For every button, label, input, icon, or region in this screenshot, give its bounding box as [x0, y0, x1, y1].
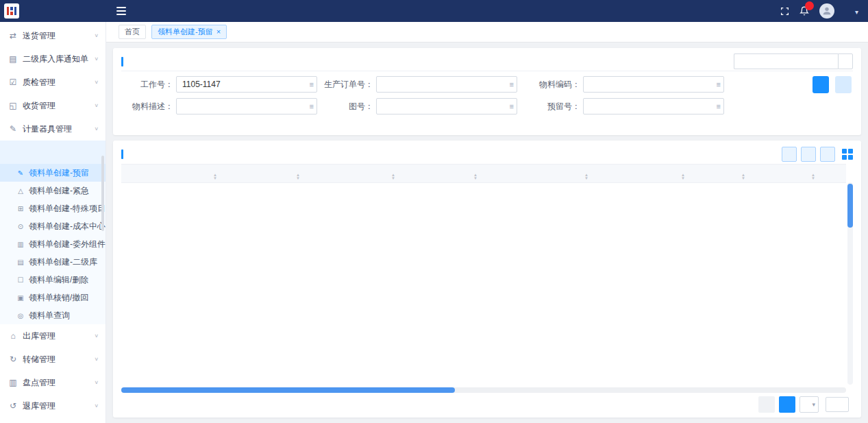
- sidebar-subitem[interactable]: ☐ 领料单编辑/删除: [0, 271, 106, 289]
- tab-close-icon[interactable]: ×: [216, 28, 221, 36]
- sidebar-item[interactable]: ↻ 转储管理 ∨: [0, 348, 106, 371]
- field-list-icon[interactable]: [717, 102, 721, 110]
- page-tab[interactable]: 首页: [119, 25, 146, 39]
- sidebar-item[interactable]: ▥ 盘点管理 ∨: [0, 371, 106, 394]
- sidebar-subitem[interactable]: ▥ 领料单创建-委外组件: [0, 235, 106, 253]
- query-field-input[interactable]: [176, 76, 317, 93]
- list-section-title: [121, 149, 127, 159]
- col-material-desc[interactable]: [513, 165, 658, 183]
- query-field-input[interactable]: [583, 76, 724, 93]
- sidebar-item-icon: ↻: [8, 354, 18, 364]
- sidebar-subitem[interactable]: ▤ 领料单创建-二级库: [0, 253, 106, 271]
- col-work-no[interactable]: [246, 165, 349, 183]
- user-avatar[interactable]: [819, 3, 834, 19]
- sidebar-item-icon: ▥: [8, 378, 18, 387]
- table-horizontal-scrollbar[interactable]: [121, 387, 846, 393]
- query-field-input[interactable]: [176, 98, 317, 114]
- confirm-select-button[interactable]: [782, 147, 797, 162]
- sidebar-subitem-icon: △: [16, 187, 25, 195]
- col-demand[interactable]: [779, 165, 846, 183]
- search-button[interactable]: [813, 76, 829, 93]
- col-status[interactable]: [183, 165, 246, 183]
- page-size-select[interactable]: [799, 396, 819, 413]
- sidebar-item-icon: ✎: [8, 124, 18, 134]
- sort-icon: [741, 173, 745, 180]
- sidebar-item-icon: ↺: [8, 401, 18, 411]
- sidebar-collapse-icon[interactable]: [116, 7, 126, 15]
- custom-tag-row: [121, 116, 853, 132]
- export-button[interactable]: [820, 147, 835, 162]
- results-table: [121, 164, 846, 183]
- sidebar-scrollbar[interactable]: [101, 156, 104, 231]
- query-field-input[interactable]: [583, 98, 724, 114]
- next-page-button[interactable]: [779, 396, 795, 413]
- chevron-down-icon: ∨: [94, 103, 99, 108]
- sidebar-subitem-label: 领料单创建-紧急: [29, 185, 89, 197]
- sidebar-item[interactable]: ☑ 质检管理 ∨: [0, 71, 106, 94]
- col-stock[interactable]: [706, 165, 779, 183]
- col-order-no[interactable]: [349, 165, 436, 183]
- sidebar-item-label: 转储管理: [23, 354, 94, 365]
- chevron-down-icon: ∨: [94, 356, 99, 362]
- sidebar-subitem[interactable]: ⊞ 领料单创建-特殊项目: [0, 200, 106, 217]
- query-conditions-card: 工作号： 生产订单号： 物料编码：: [113, 48, 861, 135]
- tab-bar: 首页 领料单创建-预留 ×: [106, 22, 868, 43]
- sidebar-item-label: 送货管理: [23, 30, 94, 42]
- query-field-label: 物料描述：: [121, 101, 173, 112]
- section-title-bar: [121, 57, 123, 67]
- sidebar-subitem-label: 领料单创建-二级库: [29, 256, 97, 268]
- sidebar-item[interactable]: ⇄ 送货管理 ∨: [0, 24, 106, 47]
- column-settings-icon[interactable]: [842, 149, 853, 160]
- sidebar-item[interactable]: ▤ 二级库入库通知单 ∨: [0, 47, 106, 71]
- field-list-icon[interactable]: [310, 102, 314, 110]
- back-up-level-button[interactable]: [801, 147, 816, 162]
- query-field: 预留号：: [528, 97, 731, 116]
- sidebar-item[interactable]: ◱ 收货管理 ∨: [0, 94, 106, 117]
- sort-icon: [681, 173, 685, 180]
- chevron-down-icon: ∨: [94, 33, 99, 38]
- query-field: 图号：: [321, 97, 528, 116]
- sidebar-subitem[interactable]: ✎ 领料单创建-预留: [0, 164, 106, 182]
- user-menu-caret-icon[interactable]: [855, 5, 858, 17]
- section-title-bar: [121, 149, 123, 159]
- sidebar-subitem[interactable]: △ 领料单创建-紧急: [0, 182, 106, 200]
- field-list-icon[interactable]: [510, 80, 514, 88]
- col-unit[interactable]: [658, 165, 706, 183]
- sidebar-subitem-icon: ⊙: [16, 223, 25, 230]
- prev-page-button[interactable]: [758, 396, 775, 413]
- custom-tag-name-input[interactable]: [734, 53, 838, 69]
- query-field: 物料描述：: [121, 97, 321, 116]
- field-list-icon[interactable]: [717, 80, 721, 88]
- sort-icon: [584, 173, 588, 180]
- field-list-icon[interactable]: [310, 80, 314, 88]
- query-field-input[interactable]: [376, 98, 517, 114]
- sidebar-subitem-label: 领料单查询: [29, 310, 70, 322]
- sidebar-subitem[interactable]: ▣ 领料单核销/撤回: [0, 289, 106, 306]
- sidebar-item-icon: ⌂: [8, 331, 18, 341]
- query-field-input[interactable]: [376, 76, 517, 93]
- sidebar-item[interactable]: ✎ 计量器具管理 ∨: [0, 117, 106, 141]
- sidebar-item[interactable]: ⌂ 出库管理 ∨: [0, 324, 106, 348]
- fullscreen-icon[interactable]: [780, 7, 789, 16]
- sidebar-item-icon: ▤: [8, 54, 18, 64]
- query-field-label: 工作号：: [121, 79, 173, 90]
- sidebar-subitem[interactable]: ◎ 领料单查询: [0, 306, 106, 324]
- field-list-icon[interactable]: [510, 102, 514, 110]
- confirm-tag-button[interactable]: [838, 53, 853, 69]
- sidebar-subitem[interactable]: ⊙ 领料单创建-成本中心: [0, 217, 106, 235]
- col-no: [121, 165, 160, 183]
- jump-page-input[interactable]: [826, 397, 849, 412]
- sidebar-item-icon: ◱: [8, 101, 18, 110]
- sidebar-item-icon: ☑: [8, 77, 18, 87]
- reset-button[interactable]: [835, 76, 852, 93]
- query-form: 工作号： 生产订单号： 物料编码：: [121, 75, 853, 116]
- notification-bell-icon[interactable]: [799, 6, 809, 16]
- sidebar-item-label: 盘点管理: [23, 377, 94, 389]
- page-tab[interactable]: 领料单创建-预留 ×: [151, 25, 227, 39]
- sidebar-item[interactable]: ↺ 退库管理 ∨: [0, 394, 106, 418]
- sidebar-item-material-management[interactable]: [0, 141, 106, 164]
- col-material-code[interactable]: [436, 165, 513, 183]
- table-vertical-scrollbar[interactable]: [847, 182, 853, 385]
- sidebar-item-label: 收货管理: [23, 100, 94, 112]
- query-field-label: 物料编码：: [528, 79, 580, 90]
